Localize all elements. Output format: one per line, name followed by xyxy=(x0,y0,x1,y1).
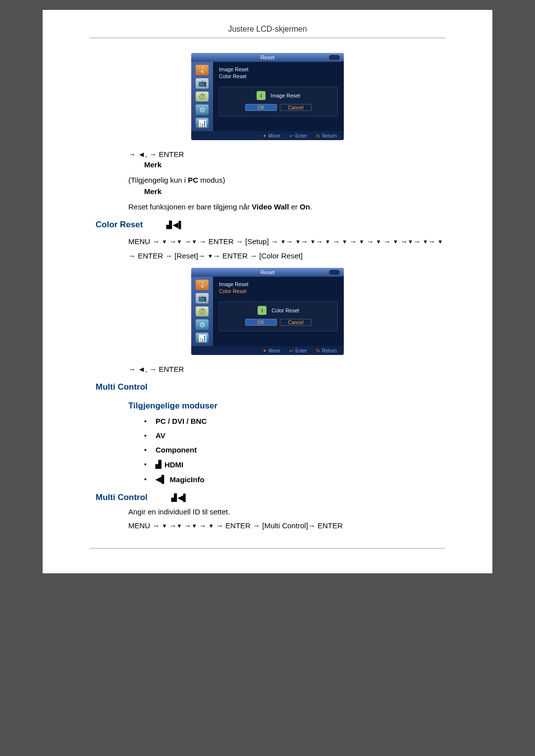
osd-cancel-button: Cancel xyxy=(280,104,312,111)
section-title-multi-control-2: Multi Control ▟ ◀▌ xyxy=(96,493,445,503)
magicinfo-icon: ◀▌ xyxy=(173,221,183,229)
hdmi-icon: ▟ xyxy=(166,221,172,229)
osd-side-icon: ⏱ xyxy=(196,92,209,102)
osd-title: Reset xyxy=(261,269,275,275)
osd-side-icon: ⚙ xyxy=(196,104,209,115)
osd-screenshot-image-reset: Reset 🎨 📺 ⏱ ⚙ 📊 Image Reset Color Reset xyxy=(191,53,344,140)
osd-dialog-title: Image Reset xyxy=(270,93,300,99)
body-text: Reset funksjonen er bare tilgjeng når Vi… xyxy=(128,202,445,211)
mode-item: ◀▌MagicInfo xyxy=(144,475,445,484)
osd-footer-return: Return xyxy=(316,133,337,139)
nav-sequence: → ◄, → ENTER xyxy=(128,150,445,158)
menu-path: MENU → ▼ →▼ →▼ → ▼ → ENTER → [Multi Cont… xyxy=(128,519,445,533)
mode-item: Component xyxy=(144,446,445,454)
osd-side-icon: 📊 xyxy=(196,333,209,343)
menu-path: MENU → ▼ →▼ →▼ → ENTER → [Setup] → ▼→ ▼→… xyxy=(128,235,445,263)
body-text: (Tilgjengelig kun i PC modus) xyxy=(128,176,445,184)
hdmi-icon: ▟ xyxy=(171,494,177,502)
osd-ok-button: OK xyxy=(245,104,277,111)
osd-decoration xyxy=(329,270,340,275)
osd-cancel-button: Cancel xyxy=(280,319,312,326)
section-subtitle-modes: Tilgjengelige moduser xyxy=(128,401,445,411)
osd-menu-item: Image Reset xyxy=(219,281,338,288)
section-title-multi-control: Multi Control xyxy=(96,382,445,392)
osd-decoration xyxy=(329,55,340,60)
osd-menu-item: Image Reset xyxy=(219,66,338,73)
nav-sequence: → ◄, → ENTER xyxy=(128,365,445,373)
osd-dialog: i Image Reset OK Cancel xyxy=(219,87,338,116)
hdmi-icon: ▟ xyxy=(156,460,161,469)
note-label: Merk xyxy=(144,160,445,169)
osd-ok-button: OK xyxy=(245,319,277,326)
info-icon: i xyxy=(258,306,267,315)
osd-menu-item: Color Reset xyxy=(219,288,338,295)
osd-dialog: i Color Reset OK Cancel xyxy=(219,302,338,331)
osd-footer-move: Move xyxy=(263,348,280,353)
osd-side-icon: 📺 xyxy=(196,78,209,89)
body-text: Angir en individuell ID til settet. xyxy=(128,507,445,516)
modes-list: PC / DVI / BNC AV Component ▟HDMI ◀▌Magi… xyxy=(144,417,445,484)
osd-side-icon: ⏱ xyxy=(196,306,209,317)
section-title-color-reset: Color Reset ▟ ◀▌ xyxy=(96,220,445,230)
magicinfo-icon: ◀▌ xyxy=(156,475,167,484)
osd-side-icon: 🎨 xyxy=(196,280,209,290)
mode-item: PC / DVI / BNC xyxy=(144,417,445,425)
osd-side-icon: ⚙ xyxy=(196,319,209,330)
info-icon: i xyxy=(257,91,266,100)
mode-item: ▟HDMI xyxy=(144,460,445,469)
divider xyxy=(90,38,445,38)
osd-side-icon: 📺 xyxy=(196,293,209,303)
osd-footer-return: Return xyxy=(316,348,337,353)
magicinfo-icon: ◀▌ xyxy=(178,494,188,502)
divider xyxy=(90,548,445,549)
osd-side-icon: 📊 xyxy=(196,118,209,128)
osd-footer-move: Move xyxy=(263,133,280,139)
page-header: Justere LCD-skjermen xyxy=(43,25,492,38)
osd-menu-item: Color Reset xyxy=(219,73,338,80)
osd-title: Reset xyxy=(261,54,275,60)
osd-footer-enter: Enter xyxy=(289,348,307,353)
osd-side-icon: 🎨 xyxy=(196,65,209,75)
note-label: Merk xyxy=(144,187,445,196)
mode-item: AV xyxy=(144,431,445,440)
osd-screenshot-color-reset: Reset 🎨 📺 ⏱ ⚙ 📊 Image Reset Color Reset xyxy=(191,268,344,355)
osd-dialog-title: Color Reset xyxy=(271,307,299,313)
osd-footer-enter: Enter xyxy=(289,133,307,139)
